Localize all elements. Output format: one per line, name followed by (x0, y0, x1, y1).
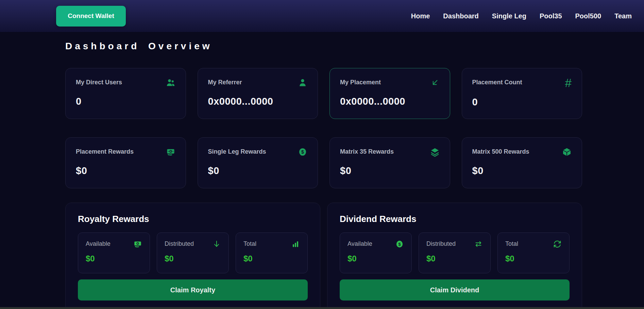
cube-icon (562, 147, 572, 157)
sub-value: $0 (165, 254, 221, 263)
card-my-placement: My Placement 0x0000...0000 (329, 68, 450, 119)
claim-royalty-button[interactable]: Claim Royalty (78, 279, 308, 301)
card-label: Single Leg Rewards (208, 147, 266, 155)
card-matrix-500-rewards: Matrix 500 Rewards $0 (462, 137, 582, 188)
dollar-circle-icon: $ (298, 147, 307, 157)
footer-edge-strip (0, 307, 644, 309)
banknote-icon (133, 240, 142, 248)
claim-dividend-button[interactable]: Claim Dividend (340, 279, 570, 301)
person-icon (298, 78, 307, 87)
card-value: $0 (340, 165, 440, 176)
hash-icon: # (565, 78, 572, 88)
users-icon (166, 78, 175, 87)
nav-item-single-leg[interactable]: Single Leg (492, 12, 526, 20)
sub-label: Total (505, 240, 518, 247)
main-nav: Home Dashboard Single Leg Pool35 Pool500… (411, 12, 632, 20)
nav-item-team[interactable]: Team (614, 12, 632, 20)
card-my-referrer: My Referrer 0x0000...0000 (198, 68, 318, 119)
transfer-icon (474, 240, 483, 248)
royalty-panel-title: Royalty Rewards (78, 214, 308, 224)
refresh-icon (553, 240, 562, 248)
royalty-total-card: Total $0 (236, 233, 308, 273)
card-label: Matrix 500 Rewards (472, 147, 529, 155)
card-my-direct-users: My Direct Users 0 (65, 68, 186, 119)
dividend-subcards: Available $ $0 Distributed (340, 233, 570, 273)
sub-label: Available (86, 240, 111, 247)
card-value: $0 (208, 165, 308, 176)
sub-value: $0 (86, 254, 142, 263)
page-title: Dashboard Overview (65, 41, 582, 52)
card-label: Placement Rewards (76, 147, 134, 155)
royalty-available-card: Available $0 (78, 233, 150, 273)
dividend-panel-title: Dividend Rewards (340, 214, 570, 224)
arrow-down-left-icon (430, 78, 440, 87)
dollar-circle-icon: $ (395, 240, 404, 248)
royalty-distributed-card: Distributed $0 (157, 233, 229, 273)
stat-card-grid: My Direct Users 0 My Referrer (65, 68, 582, 188)
banknote-icon (166, 147, 175, 157)
sub-value: $0 (505, 254, 562, 263)
card-value: 0x0000...0000 (340, 96, 440, 107)
sub-label: Distributed (426, 240, 456, 247)
svg-text:$: $ (301, 149, 304, 155)
card-placement-count: Placement Count # 0 (462, 68, 582, 119)
nav-item-pool500[interactable]: Pool500 (575, 12, 601, 20)
card-value: 0 (472, 97, 572, 108)
card-value: 0 (76, 96, 175, 107)
sub-label: Available (348, 240, 372, 247)
card-value: 0x0000...0000 (208, 96, 308, 107)
card-label: Matrix 35 Rewards (340, 147, 394, 155)
nav-item-dashboard[interactable]: Dashboard (443, 12, 478, 20)
top-navbar: Connect Wallet Home Dashboard Single Leg… (0, 0, 644, 32)
card-label: My Referrer (208, 78, 242, 86)
sub-label: Total (243, 240, 256, 247)
nav-item-home[interactable]: Home (411, 12, 430, 20)
card-value: $0 (472, 165, 572, 176)
connect-wallet-button[interactable]: Connect Wallet (56, 6, 126, 27)
card-placement-rewards: Placement Rewards $0 (65, 137, 186, 188)
dividend-available-card: Available $ $0 (340, 233, 412, 273)
dividend-distributed-card: Distributed $0 (419, 233, 491, 273)
card-label: My Placement (340, 78, 381, 86)
dividend-rewards-panel: Dividend Rewards Available $ $0 (327, 203, 582, 309)
card-label: My Direct Users (76, 78, 122, 86)
nav-item-pool35[interactable]: Pool35 (540, 12, 562, 20)
reward-panels: Royalty Rewards Available $0 (65, 203, 582, 309)
arrow-down-icon (212, 240, 221, 248)
sub-value: $0 (426, 254, 483, 263)
royalty-rewards-panel: Royalty Rewards Available $0 (65, 203, 320, 309)
card-label: Placement Count (472, 78, 522, 86)
sub-label: Distributed (165, 240, 194, 247)
card-matrix-35-rewards: Matrix 35 Rewards $0 (329, 137, 450, 188)
card-single-leg-rewards: Single Leg Rewards $ $0 (198, 137, 318, 188)
royalty-subcards: Available $0 Distributed (78, 233, 308, 273)
dashboard-main: Dashboard Overview My Direct Users 0 My … (0, 41, 644, 309)
dividend-total-card: Total $0 (497, 233, 570, 273)
layers-icon (430, 147, 440, 157)
sub-value: $0 (348, 254, 404, 263)
card-value: $0 (76, 165, 175, 176)
bar-chart-icon (291, 240, 300, 248)
svg-text:$: $ (398, 242, 401, 247)
sub-value: $0 (243, 254, 300, 263)
